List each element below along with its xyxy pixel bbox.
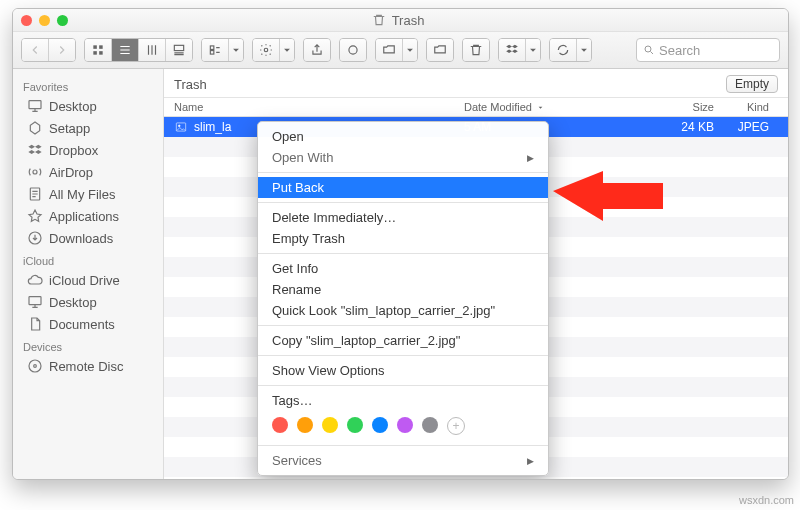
sidebar-item-all-files[interactable]: All My Files: [13, 183, 163, 205]
icon-view-button[interactable]: [85, 39, 112, 61]
tag-gray[interactable]: [422, 417, 438, 433]
list-view-button[interactable]: [112, 39, 139, 61]
tag-blue[interactable]: [372, 417, 388, 433]
sync-menu-button[interactable]: [577, 39, 591, 61]
context-menu: Open Open With Put Back Delete Immediate…: [257, 121, 549, 476]
sidebar-header-devices: Devices: [13, 335, 163, 355]
menu-empty-trash[interactable]: Empty Trash: [258, 228, 548, 249]
menu-show-view-options[interactable]: Show View Options: [258, 360, 548, 381]
traffic-lights: [21, 15, 68, 26]
new-folder-button[interactable]: [427, 39, 453, 61]
arrange-button[interactable]: [202, 39, 229, 61]
applications-icon: [27, 208, 43, 224]
menu-separator: [258, 325, 548, 326]
location-bar: Trash Empty: [164, 69, 788, 98]
airdrop-icon: [27, 164, 43, 180]
minimize-icon[interactable]: [39, 15, 50, 26]
menu-separator: [258, 172, 548, 173]
icloud-icon: [27, 272, 43, 288]
forward-button[interactable]: [49, 39, 75, 61]
sidebar-item-remote-disc[interactable]: Remote Disc: [13, 355, 163, 377]
column-kind[interactable]: Kind: [714, 101, 773, 113]
sidebar-item-icloud-drive[interactable]: iCloud Drive: [13, 269, 163, 291]
jpeg-file-icon: [174, 120, 188, 134]
svg-rect-6: [210, 51, 214, 55]
svg-point-15: [29, 360, 41, 372]
action-button-group: [252, 38, 295, 62]
tag-add[interactable]: +: [447, 417, 465, 435]
finder-window: Trash: [12, 8, 789, 480]
column-headers: Name Date Modified Size Kind: [164, 98, 788, 117]
tag-red[interactable]: [272, 417, 288, 433]
menu-delete-immediately[interactable]: Delete Immediately…: [258, 207, 548, 228]
trash-icon: [372, 13, 386, 27]
share-button[interactable]: [304, 39, 330, 61]
disc-icon: [27, 358, 43, 374]
tags-button[interactable]: [340, 39, 366, 61]
nav-buttons: [21, 38, 76, 62]
empty-trash-button[interactable]: Empty: [726, 75, 778, 93]
path-button[interactable]: [376, 39, 403, 61]
search-icon: [643, 44, 655, 56]
svg-rect-1: [99, 45, 103, 49]
tag-green[interactable]: [347, 417, 363, 433]
path-menu-button[interactable]: [403, 39, 417, 61]
svg-rect-3: [99, 51, 103, 55]
tag-purple[interactable]: [397, 417, 413, 433]
menu-quick-look[interactable]: Quick Look "slim_laptop_carrier_2.jpg": [258, 300, 548, 321]
dropbox-menu-button[interactable]: [526, 39, 540, 61]
menu-tags-row: +: [258, 411, 548, 441]
dropbox-button[interactable]: [499, 39, 526, 61]
close-icon[interactable]: [21, 15, 32, 26]
tag-orange[interactable]: [297, 417, 313, 433]
menu-get-info[interactable]: Get Info: [258, 258, 548, 279]
svg-point-8: [349, 46, 357, 54]
menu-put-back[interactable]: Put Back: [258, 177, 548, 198]
menu-separator: [258, 445, 548, 446]
svg-rect-5: [210, 46, 214, 50]
search-placeholder: Search: [659, 43, 700, 58]
menu-separator: [258, 253, 548, 254]
coverflow-view-button[interactable]: [166, 39, 192, 61]
column-view-button[interactable]: [139, 39, 166, 61]
sidebar-item-applications[interactable]: Applications: [13, 205, 163, 227]
menu-tags-label: Tags…: [258, 390, 548, 411]
sidebar: Favorites Desktop Setapp Dropbox AirDrop…: [13, 69, 164, 480]
menu-separator: [258, 385, 548, 386]
arrange-menu-button[interactable]: [229, 39, 243, 61]
delete-button[interactable]: [463, 39, 489, 61]
sidebar-item-dropbox[interactable]: Dropbox: [13, 139, 163, 161]
window-title-text: Trash: [392, 13, 425, 28]
back-button[interactable]: [22, 39, 49, 61]
menu-rename[interactable]: Rename: [258, 279, 548, 300]
sidebar-item-setapp[interactable]: Setapp: [13, 117, 163, 139]
sidebar-item-airdrop[interactable]: AirDrop: [13, 161, 163, 183]
sync-button[interactable]: [550, 39, 577, 61]
maximize-icon[interactable]: [57, 15, 68, 26]
column-date[interactable]: Date Modified: [464, 101, 654, 113]
sidebar-item-icloud-desktop[interactable]: Desktop: [13, 291, 163, 313]
menu-services[interactable]: Services: [258, 450, 548, 471]
action-menu-button[interactable]: [280, 39, 294, 61]
sync-button-group: [549, 38, 592, 62]
desktop-icon: [27, 98, 43, 114]
menu-open[interactable]: Open: [258, 126, 548, 147]
action-button[interactable]: [253, 39, 280, 61]
sidebar-item-documents[interactable]: Documents: [13, 313, 163, 335]
svg-rect-2: [93, 51, 97, 55]
svg-point-11: [33, 170, 37, 174]
svg-rect-14: [29, 297, 41, 305]
sidebar-item-desktop[interactable]: Desktop: [13, 95, 163, 117]
column-size[interactable]: Size: [654, 101, 714, 113]
svg-rect-0: [93, 45, 97, 49]
svg-point-7: [264, 48, 268, 52]
menu-copy[interactable]: Copy "slim_laptop_carrier_2.jpg": [258, 330, 548, 351]
search-input[interactable]: Search: [636, 38, 780, 62]
menu-open-with[interactable]: Open With: [258, 147, 548, 168]
column-name[interactable]: Name: [174, 101, 464, 113]
svg-point-18: [178, 125, 180, 127]
window-title: Trash: [75, 13, 721, 28]
leaf-icon: [27, 120, 43, 136]
tag-yellow[interactable]: [322, 417, 338, 433]
sidebar-item-downloads[interactable]: Downloads: [13, 227, 163, 249]
